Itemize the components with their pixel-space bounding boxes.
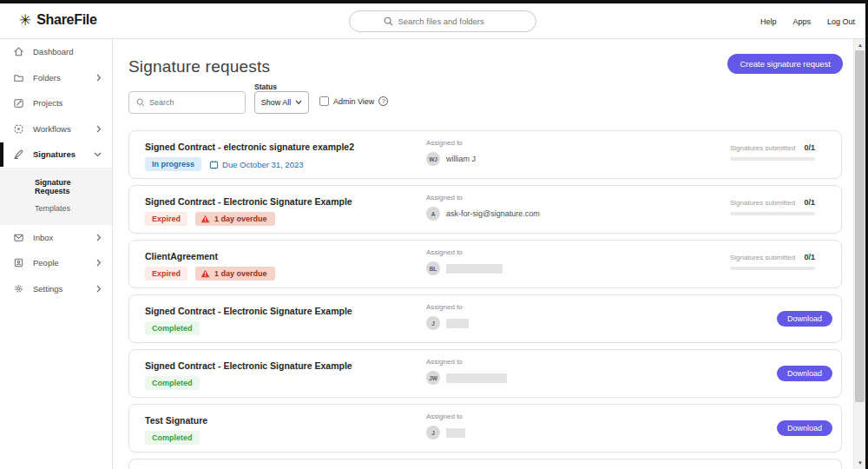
- avatar: J: [426, 426, 440, 439]
- sidebar-item-dashboard[interactable]: Dashboard: [0, 39, 112, 65]
- scroll-down-arrow-icon[interactable]: ▼: [854, 458, 866, 468]
- signature-request-card-partial[interactable]: [128, 459, 842, 469]
- chevron-right-icon: [96, 234, 102, 241]
- request-title: Signed Contract - Electronic Signature E…: [145, 306, 352, 316]
- admin-view-checkbox[interactable]: [319, 96, 329, 106]
- assigned-to-label: Assigned to: [426, 248, 503, 256]
- assignee-name-redacted: [446, 373, 507, 383]
- signature-request-card[interactable]: Test SignatureCompletedAssigned toJDownl…: [128, 404, 842, 452]
- create-signature-request-button[interactable]: Create signature request: [727, 54, 843, 74]
- avatar: A: [426, 207, 440, 221]
- download-button[interactable]: Download: [777, 311, 832, 327]
- status-badge: Completed: [145, 431, 200, 445]
- projects-icon: [12, 97, 24, 109]
- scroll-up-arrow-icon[interactable]: ▲: [854, 40, 866, 50]
- admin-view-control: Admin View ?: [319, 96, 388, 106]
- assignee-name-redacted: [446, 428, 465, 438]
- sidebar-subitem-signature-requests[interactable]: Signature Requests: [0, 174, 112, 200]
- window-top-edge: [0, 0, 868, 3]
- status-row: Completed: [145, 321, 200, 335]
- avatar: BL: [426, 261, 440, 275]
- signatures-submitted-label: Signatures submitted: [730, 144, 795, 152]
- signature-request-card[interactable]: Signed Contract - Electronic Signature E…: [128, 349, 842, 398]
- global-search-input[interactable]: [398, 17, 503, 26]
- settings-icon: [12, 282, 24, 294]
- assigned-to-block: Assigned toBL: [426, 248, 503, 275]
- progress-bar: [730, 157, 815, 161]
- list-search-field[interactable]: [128, 91, 246, 114]
- assignee-name-redacted: [446, 264, 503, 274]
- signature-request-card[interactable]: Signed Contract - Electronic Signature E…: [128, 185, 842, 234]
- sidebar-item-settings[interactable]: Settings: [0, 276, 112, 302]
- header-link-help[interactable]: Help: [760, 17, 777, 26]
- assigned-to-label: Assigned to: [426, 194, 540, 201]
- overdue-text: 1 day overdue: [214, 269, 267, 278]
- sidebar-item-label: Signatures: [33, 149, 94, 159]
- assignee-row: J: [426, 316, 469, 330]
- status-filter-dropdown[interactable]: Show All: [254, 91, 309, 114]
- sidebar-item-label: Projects: [33, 98, 102, 108]
- avatar: WJ: [426, 152, 440, 166]
- vertical-scrollbar[interactable]: ▲ ▼: [853, 39, 865, 469]
- download-button[interactable]: Download: [777, 366, 832, 381]
- assigned-to-block: Assigned toJW: [426, 358, 507, 385]
- sidebar-submenu: Signature RequestsTemplates: [0, 168, 112, 225]
- due-date-text: Due October 31, 2023: [222, 160, 303, 169]
- assigned-to-label: Assigned to: [426, 303, 469, 311]
- sidebar-item-label: Settings: [33, 284, 96, 294]
- sidebar-item-projects[interactable]: Projects: [0, 90, 112, 116]
- header-link-log-out[interactable]: Log Out: [827, 17, 855, 26]
- sharefile-brand[interactable]: ✳ ShareFile: [19, 12, 97, 28]
- status-row: Expired1 day overdue: [145, 212, 275, 226]
- sidebar-item-label: People: [33, 258, 96, 268]
- workflows-icon: [12, 122, 24, 135]
- assignee-row: J: [426, 426, 465, 439]
- signature-request-card[interactable]: Signed Contract - Electronic Signature E…: [128, 294, 842, 343]
- status-row: Expired1 day overdue: [145, 267, 275, 281]
- assigned-to-block: Assigned toJ: [426, 303, 469, 330]
- sidebar-item-folders[interactable]: Folders: [0, 65, 112, 91]
- sidebar-subitem-templates[interactable]: Templates: [0, 200, 112, 217]
- overdue-badge: 1 day overdue: [195, 212, 275, 226]
- download-button[interactable]: Download: [777, 420, 832, 436]
- signatures-submitted-label: Signatures submitted: [730, 199, 795, 207]
- sidebar-item-label: Workflows: [33, 124, 96, 134]
- warning-triangle-icon: [201, 215, 210, 223]
- signatures-submitted-block: Signatures submitted0/1: [730, 198, 815, 215]
- signatures-submitted-label: Signatures submitted: [730, 254, 795, 261]
- request-title: Signed Contract - Electronic Signature E…: [145, 360, 352, 371]
- assignee-row: WJwilliam J: [426, 152, 476, 166]
- sidebar-item-signatures[interactable]: Signatures: [0, 142, 112, 168]
- assignee-name: ask-for-sig@signature.com: [446, 209, 540, 218]
- warning-triangle-icon: [201, 269, 210, 278]
- chevron-down-icon: [295, 100, 302, 105]
- assignee-name: william J: [446, 155, 476, 163]
- sidebar-item-workflows[interactable]: Workflows: [0, 116, 112, 142]
- request-title: Signed Contract - Electronic Signature E…: [145, 196, 352, 207]
- progress-bar: [730, 212, 815, 215]
- signatures-submitted-value: 0/1: [804, 143, 815, 152]
- sidebar-item-label: Folders: [33, 73, 96, 83]
- signature-request-card[interactable]: ClientAgreementExpired1 day overdueAssig…: [128, 240, 842, 288]
- help-icon[interactable]: ?: [378, 96, 388, 106]
- signatures-submitted-block: Signatures submitted0/1: [730, 253, 815, 270]
- status-badge: Completed: [145, 321, 200, 335]
- assignee-row: Aask-for-sig@signature.com: [426, 207, 540, 221]
- top-header: ✳ ShareFile HelpAppsLog Out: [0, 3, 865, 39]
- signatures-submitted-value: 0/1: [804, 253, 815, 261]
- global-search[interactable]: [349, 10, 536, 32]
- list-search-input[interactable]: [149, 98, 236, 107]
- chevron-right-icon: [96, 74, 102, 82]
- assigned-to-block: Assigned toJ: [426, 413, 465, 439]
- header-link-apps[interactable]: Apps: [792, 17, 811, 26]
- assigned-to-label: Assigned to: [426, 413, 465, 420]
- signature-request-card[interactable]: Signed Contract - electronic signature e…: [128, 130, 842, 179]
- scrollbar-thumb[interactable]: [855, 50, 865, 402]
- request-title: Test Signature: [145, 415, 207, 426]
- sidebar-item-inbox[interactable]: Inbox: [0, 225, 112, 251]
- chevron-down-icon: [94, 152, 102, 157]
- chevron-right-icon: [96, 125, 102, 133]
- inbox-icon: [12, 231, 24, 243]
- sidebar-item-people[interactable]: People: [0, 250, 112, 276]
- calendar-icon: [209, 160, 219, 169]
